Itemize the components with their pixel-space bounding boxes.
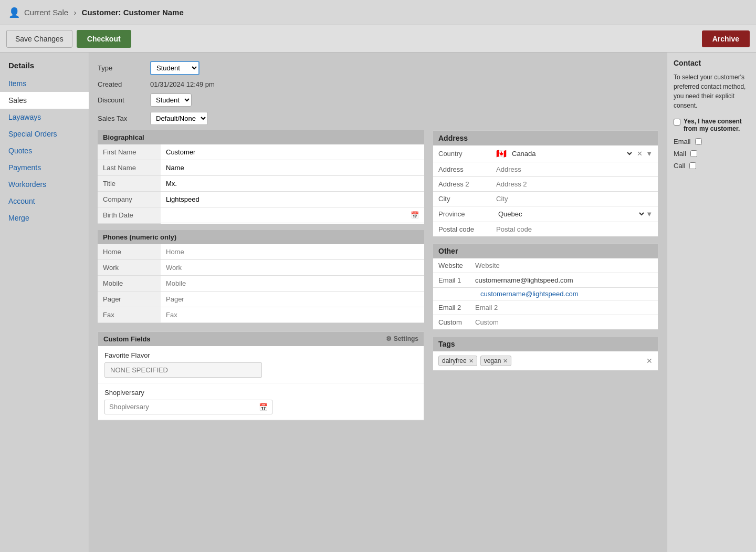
sidebar-item-items[interactable]: Items	[0, 75, 89, 92]
calendar-icon[interactable]: 📅	[411, 211, 419, 219]
province-row: Province Quebec Ontario Alberta British …	[433, 206, 658, 222]
address2-input[interactable]	[496, 180, 653, 188]
action-bar-left: Save Changes Checkout	[6, 30, 131, 48]
favorite-flavor-input[interactable]	[104, 362, 262, 378]
tag-dairyfree-remove[interactable]: ✕	[469, 358, 474, 364]
address2-label: Address 2	[438, 180, 496, 188]
sidebar-item-workorders[interactable]: Workorders	[0, 176, 89, 193]
type-row: Type Student Regular VIP Employee	[98, 61, 658, 75]
settings-link[interactable]: ⚙ Settings	[386, 335, 418, 342]
custom-fields-header: Custom Fields ⚙ Settings	[98, 332, 424, 346]
shopiversary-input[interactable]	[109, 403, 259, 411]
mobile-input-cell	[161, 275, 424, 291]
custom-fields-title: Custom Fields	[103, 335, 151, 343]
fax-label: Fax	[98, 307, 161, 322]
contact-option-mail: Mail	[674, 150, 750, 158]
table-row: Mobile	[98, 275, 424, 291]
canada-flag-icon: 🇨🇦	[496, 149, 507, 159]
city-row: City	[433, 192, 658, 206]
created-label: Created	[98, 80, 150, 88]
sidebar-item-quotes[interactable]: Quotes	[0, 142, 89, 159]
website-input[interactable]	[475, 262, 653, 269]
country-select-wrap: 🇨🇦 Canada United States United Kingdom ✕…	[496, 149, 653, 159]
tags-clear-icon[interactable]: ✕	[646, 357, 653, 365]
address2-row: Address 2	[433, 177, 658, 192]
call-checkbox[interactable]	[689, 162, 696, 169]
address-box: Address Country 🇨🇦 Canada United States …	[433, 130, 658, 237]
phones-header: Phones (numeric only)	[98, 230, 424, 244]
pager-phone-input[interactable]	[166, 295, 419, 303]
home-phone-input[interactable]	[166, 248, 419, 256]
tag-vegan-remove[interactable]: ✕	[503, 358, 508, 364]
birth-date-label: Birth Date	[98, 207, 161, 224]
consent-text: Yes, I have consent from my customer.	[684, 118, 750, 132]
address-input[interactable]	[496, 165, 653, 173]
custom-field-favorite-flavor: Favorite Flavor	[98, 346, 424, 383]
tags-content: dairyfree ✕ vegan ✕ ✕	[433, 351, 658, 370]
fax-input-cell	[161, 307, 424, 322]
custom-label: Custom	[438, 318, 475, 326]
pager-input-cell	[161, 291, 424, 307]
table-row: Fax	[98, 307, 424, 322]
fax-phone-input[interactable]	[166, 311, 419, 319]
custom-input[interactable]	[475, 318, 653, 326]
tags-box: Tags dairyfree ✕ vegan ✕ ✕	[433, 336, 658, 371]
table-row: First Name	[98, 144, 424, 160]
other-box: Other Website Email 1 customername@light…	[433, 243, 658, 330]
company-value[interactable]	[161, 192, 424, 207]
postal-row: Postal code	[433, 222, 658, 236]
mail-checkbox[interactable]	[690, 150, 697, 157]
table-row: Pager	[98, 291, 424, 307]
postal-label: Postal code	[438, 225, 496, 233]
custom-row: Custom	[433, 315, 658, 329]
last-name-value[interactable]	[161, 160, 424, 176]
consent-checkbox[interactable]	[674, 119, 680, 126]
sales-tax-select[interactable]: Default/None Tax 1 Tax 2	[150, 112, 208, 125]
city-input[interactable]	[496, 195, 653, 203]
breadcrumb-current-sale[interactable]: Current Sale	[24, 8, 68, 17]
sidebar-item-account[interactable]: Account	[0, 193, 89, 210]
content-area: Type Student Regular VIP Employee Create…	[89, 53, 667, 552]
title-value[interactable]	[161, 176, 424, 192]
country-select[interactable]: Canada United States United Kingdom	[510, 149, 634, 158]
discount-row: Discount Student None 10% 20%	[98, 93, 658, 107]
province-select[interactable]: Quebec Ontario Alberta British Columbia	[496, 210, 646, 218]
address-header: Address	[433, 131, 658, 145]
shopiversary-label: Shopiversary	[104, 389, 417, 397]
col-right: Address Country 🇨🇦 Canada United States …	[433, 130, 658, 421]
country-clear-icon[interactable]: ✕	[637, 150, 643, 158]
discount-select[interactable]: Student None 10% 20%	[150, 93, 192, 107]
checkout-button[interactable]: Checkout	[77, 30, 131, 48]
type-select[interactable]: Student Regular VIP Employee	[150, 61, 200, 75]
table-row: Work	[98, 259, 424, 275]
first-name-value[interactable]	[161, 144, 424, 160]
call-option-label: Call	[674, 162, 685, 170]
province-chevron-icon: ▼	[646, 210, 653, 218]
email1-link[interactable]: customername@lightspeed.com	[433, 288, 658, 300]
sidebar: Details Items Sales Layaways Special Ord…	[0, 53, 89, 552]
archive-button[interactable]: Archive	[702, 30, 750, 47]
work-phone-input[interactable]	[166, 264, 419, 272]
first-name-label: First Name	[98, 144, 161, 160]
mobile-phone-input[interactable]	[166, 279, 419, 287]
sidebar-item-sales[interactable]: Sales	[0, 92, 89, 109]
email-checkbox[interactable]	[695, 138, 702, 145]
table-row: Company	[98, 192, 424, 207]
sidebar-item-merge[interactable]: Merge	[0, 210, 89, 226]
email2-input[interactable]	[475, 304, 653, 311]
sidebar-item-payments[interactable]: Payments	[0, 159, 89, 176]
col-left: Biographical First Name Last Name Title	[98, 130, 424, 421]
save-changes-button[interactable]: Save Changes	[6, 30, 72, 48]
biographical-table: First Name Last Name Title Company	[98, 144, 424, 224]
last-name-label: Last Name	[98, 160, 161, 176]
sidebar-item-layaways[interactable]: Layaways	[0, 109, 89, 126]
action-bar: Save Changes Checkout Archive	[0, 25, 756, 53]
content-columns: Biographical First Name Last Name Title	[98, 130, 658, 421]
birth-date-input[interactable]	[166, 211, 411, 219]
shopiversary-calendar-icon[interactable]: 📅	[259, 403, 268, 411]
custom-fields-section: Custom Fields ⚙ Settings Favorite Flavor…	[98, 331, 424, 421]
contact-panel: Contact To select your customer's prefer…	[667, 53, 756, 552]
sales-tax-row: Sales Tax Default/None Tax 1 Tax 2	[98, 112, 658, 125]
sidebar-item-special-orders[interactable]: Special Orders	[0, 126, 89, 142]
postal-input[interactable]	[496, 225, 653, 233]
